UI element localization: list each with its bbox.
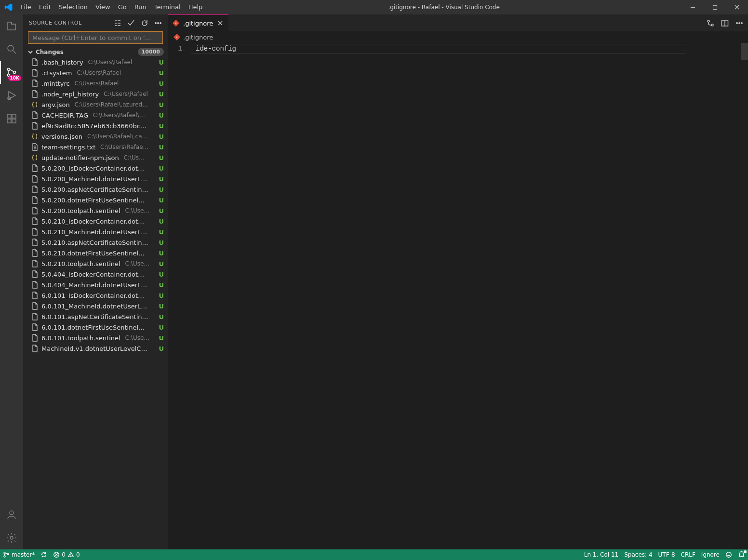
file-row[interactable]: 5.0.404_IsDockerContainer.dot…U [25,269,168,280]
language-mode-status[interactable]: Ignore [698,549,722,560]
file-row[interactable]: .minttyrc C:\Users\RafaelU [25,78,168,89]
breadcrumb[interactable]: .gitignore [168,31,748,43]
sync-status[interactable] [38,549,50,560]
run-debug-tab[interactable] [0,84,23,107]
gitignore-file-icon [174,34,180,40]
svg-marker-9 [9,92,15,99]
file-row[interactable]: 6.0.101.aspNetCertificateSentin…U [25,311,168,322]
menu-terminal[interactable]: Terminal [150,0,185,14]
commit-check-icon[interactable] [127,19,135,27]
file-icon [31,196,39,204]
file-icon [31,217,39,225]
file-icon [31,249,39,257]
git-branch-status[interactable]: master* [0,549,38,560]
editor-body[interactable]: 1 ide-config [168,43,748,549]
file-row[interactable]: versions.json C:\Users\Rafael\.ca…U [25,131,168,142]
breadcrumb-label: .gitignore [183,34,213,41]
problems-status[interactable]: 0 0 [50,549,82,560]
file-name: versions.json [41,133,82,140]
file-name: 5.0.210.toolpath.sentinel [41,260,120,267]
file-row[interactable]: 6.0.101.toolpath.sentinel C:\Use…U [25,333,168,343]
indentation-status[interactable]: Spaces: 4 [621,549,655,560]
menu-view[interactable]: View [92,0,114,14]
file-row[interactable]: 5.0.200_IsDockerContainer.dot…U [25,163,168,173]
file-row[interactable]: ef9c9ad8cc5857eb63cb3660bc…U [25,120,168,131]
file-row[interactable]: argv.json C:\Users\Rafael\.azured…U [25,99,168,110]
file-row[interactable]: 6.0.101.dotnetFirstUseSentinel…U [25,322,168,333]
file-row[interactable]: 5.0.210_MachineId.dotnetUserL…U [25,227,168,237]
menu-edit[interactable]: Edit [35,0,55,14]
menu-selection[interactable]: Selection [55,0,92,14]
window-title: .gitignore - Rafael - Visual Studio Code [206,4,681,11]
search-tab[interactable] [0,38,23,61]
file-row[interactable]: .bash_history C:\Users\RafaelU [25,57,168,67]
file-row[interactable]: 5.0.200.toolpath.sentinel C:\Use…U [25,205,168,216]
notifications-icon[interactable] [735,549,748,560]
file-row[interactable]: 5.0.210.dotnetFirstUseSentinel…U [25,248,168,258]
file-status-letter: U [156,228,164,236]
file-icon [31,80,39,87]
file-status-letter: U [156,144,164,151]
file-row[interactable]: 5.0.210_IsDockerContainer.dot…U [25,216,168,227]
svg-point-36 [4,552,5,554]
changes-section-header[interactable]: Changes 10000 [23,47,168,57]
file-path: C:\Us… [122,154,145,161]
line-number-gutter: 1 [168,43,191,549]
file-row[interactable]: .node_repl_history C:\Users\RafaelU [25,89,168,99]
cursor-position-status[interactable]: Ln 1, Col 11 [581,549,622,560]
maximize-button[interactable] [704,0,726,14]
split-editor-icon[interactable] [721,19,729,27]
minimap[interactable] [714,43,741,549]
file-icon [31,186,39,193]
file-row[interactable]: .ctsystem C:\Users\RafaelU [25,67,168,78]
settings-gear-button[interactable] [0,526,23,549]
extensions-tab[interactable] [0,107,23,130]
encoding-status[interactable]: UTF-8 [655,549,678,560]
file-status-letter: U [156,112,164,119]
svg-point-19 [160,22,161,23]
file-row[interactable]: 5.0.404_MachineId.dotnetUserL…U [25,280,168,290]
file-icon [31,345,39,352]
code-area[interactable]: ide-config [191,43,714,549]
minimize-button[interactable] [681,0,704,14]
file-row[interactable]: 6.0.101_MachineId.dotnetUserL…U [25,301,168,311]
title-bar: FileEditSelectionViewGoRunTerminalHelp .… [0,0,748,14]
compare-changes-icon[interactable] [707,19,714,27]
file-row[interactable]: 5.0.210.toolpath.sentinel C:\Use…U [25,258,168,269]
close-window-button[interactable] [726,0,748,14]
file-row[interactable]: 5.0.210.aspNetCertificateSentin…U [25,237,168,248]
menu-file[interactable]: File [17,0,35,14]
file-row[interactable]: CACHEDIR.TAG C:\Users\Rafael\…U [25,110,168,120]
eol-status[interactable]: CRLF [678,549,698,560]
source-control-tab[interactable]: 10K [0,61,23,84]
file-status-letter: U [156,239,164,246]
editor-tab-gitignore[interactable]: .gitignore [168,14,228,31]
svg-point-6 [8,68,10,71]
svg-point-15 [10,511,13,515]
editor-more-icon[interactable] [735,19,743,27]
menu-help[interactable]: Help [185,0,207,14]
file-row[interactable]: 5.0.200_MachineId.dotnetUserL…U [25,173,168,184]
menu-go[interactable]: Go [114,0,131,14]
changes-label: Changes [36,49,64,55]
menu-run[interactable]: Run [131,0,150,14]
file-row[interactable]: 5.0.200.aspNetCertificateSentin…U [25,184,168,195]
accounts-button[interactable] [0,503,23,526]
file-row[interactable]: MachineId.v1.dotnetUserLevelC…U [25,343,168,354]
file-row[interactable]: 6.0.101_IsDockerContainer.dot…U [25,290,168,301]
file-status-letter: U [156,281,164,289]
file-row[interactable]: 5.0.200.dotnetFirstUseSentinel…U [25,195,168,205]
svg-rect-11 [7,114,11,118]
file-name: 5.0.210.dotnetFirstUseSentinel… [41,250,145,257]
refresh-icon[interactable] [141,19,148,27]
commit-message-input[interactable] [32,34,159,41]
svg-point-8 [13,71,16,74]
more-actions-icon[interactable] [154,19,162,27]
close-tab-icon[interactable] [217,20,224,27]
feedback-icon[interactable] [722,549,735,560]
explorer-tab[interactable] [0,14,23,38]
editor-scrollbar[interactable] [741,43,748,549]
view-as-tree-icon[interactable] [114,19,121,27]
file-row[interactable]: update-notifier-npm.json C:\Us…U [25,152,168,163]
file-row[interactable]: team-settings.txt C:\Users\Rafae…U [25,142,168,152]
